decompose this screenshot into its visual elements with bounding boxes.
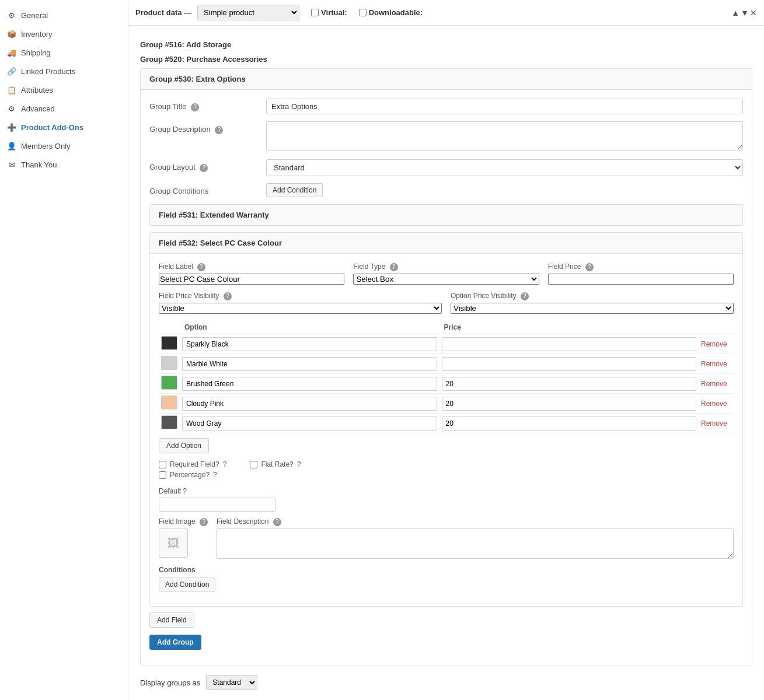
group-add-condition-button[interactable]: Add Condition	[266, 183, 323, 197]
field-price-visibility-select[interactable]: Visible Hidden	[159, 303, 442, 314]
group-layout-select[interactable]: Standard List Block	[266, 159, 743, 176]
downloadable-checkbox[interactable]	[359, 9, 367, 16]
display-groups-row: Display groups as Standard Tabs Accordio…	[140, 675, 752, 690]
option-name-input-4[interactable]	[182, 416, 437, 430]
field-type-select[interactable]: Select Box Checkbox Radio Text Textarea …	[353, 274, 539, 285]
field-description-help[interactable]: ?	[273, 518, 281, 526]
field-label-input[interactable]	[159, 274, 344, 285]
field-price-vis-help[interactable]: ?	[224, 292, 232, 300]
sidebar-item-advanced[interactable]: ⚙ Advanced	[0, 99, 128, 118]
field-532-body: Field Label ? Field Type ?	[150, 254, 742, 606]
field-price-visibility-label: Field Price Visibility ?	[159, 292, 442, 300]
option-name-input-1[interactable]	[182, 357, 437, 371]
option-remove-cell-0: Remove	[699, 334, 734, 354]
sidebar-item-inventory[interactable]: 📦 Inventory	[0, 24, 128, 43]
content-area: Group #516: Add Storage Group #520: Purc…	[128, 26, 764, 699]
group-title-control	[266, 99, 743, 114]
downloadable-checkbox-group: Downloadable:	[359, 8, 423, 17]
display-groups-select[interactable]: Standard Tabs Accordion	[206, 675, 257, 690]
option-price-input-2[interactable]	[442, 377, 697, 391]
default-input[interactable]	[159, 498, 275, 512]
add-group-button[interactable]: Add Group	[149, 635, 201, 650]
group-description-help[interactable]: ?	[215, 126, 223, 134]
field-description-textarea[interactable]	[217, 528, 734, 559]
add-option-button[interactable]: Add Option	[159, 438, 209, 453]
sidebar-item-linked-products[interactable]: 🔗 Linked Products	[0, 62, 128, 80]
option-price-cell-0	[439, 334, 699, 354]
option-remove-cell-2: Remove	[699, 374, 734, 394]
option-remove-link-2[interactable]: Remove	[701, 380, 727, 388]
option-price-input-0[interactable]	[442, 337, 697, 351]
visibility-row: Field Price Visibility ? Visible Hidden	[159, 292, 734, 314]
percentage-row: Percentage? ?	[159, 471, 226, 479]
product-data-label: Product data —	[135, 8, 191, 17]
field-price-label: Field Price ?	[548, 262, 734, 271]
group-description-textarea[interactable]	[266, 121, 743, 150]
sidebar-item-thank-you[interactable]: ✉ Thank You	[0, 155, 128, 174]
field-label-help[interactable]: ?	[197, 263, 205, 271]
percentage-checkbox[interactable]	[159, 471, 166, 479]
display-groups-label: Display groups as	[140, 678, 200, 687]
group-520-header: Group #520: Purchase Accessories	[140, 55, 752, 64]
expand-down-button[interactable]: ▼	[741, 8, 749, 18]
field-add-condition-button[interactable]: Add Condition	[159, 578, 215, 592]
field-image-placeholder[interactable]: 🖼	[159, 528, 188, 558]
default-help[interactable]: ?	[183, 487, 187, 495]
sidebar-item-general[interactable]: ⚙ General	[0, 6, 128, 24]
option-price-vis-help[interactable]: ?	[521, 292, 529, 300]
option-price-input-1[interactable]	[442, 357, 697, 371]
option-row-2: Remove	[159, 374, 734, 394]
option-remove-link-4[interactable]: Remove	[701, 419, 727, 428]
option-name-input-3[interactable]	[182, 397, 437, 411]
group-layout-help[interactable]: ?	[200, 164, 208, 172]
sidebar-item-shipping[interactable]: 🚚 Shipping	[0, 43, 128, 62]
group-title-input[interactable]	[266, 99, 743, 114]
color-swatch-cell-3	[159, 394, 180, 414]
addons-icon: ➕	[7, 123, 16, 132]
field-description-col: Field Description ?	[217, 517, 734, 559]
group-conditions-label: Group Conditions	[149, 183, 254, 195]
color-swatch-cell-1	[159, 354, 180, 374]
color-swatch-1	[161, 356, 177, 370]
required-field-checkbox[interactable]	[159, 461, 166, 468]
color-swatch-3	[161, 396, 177, 410]
percentage-help[interactable]: ?	[213, 471, 217, 479]
sidebar-item-product-add-ons[interactable]: ➕ Product Add-Ons	[0, 118, 128, 136]
option-price-cell-4	[439, 414, 699, 433]
color-swatch-0	[161, 336, 177, 350]
option-remove-cell-1: Remove	[699, 354, 734, 374]
option-name-cell-4	[180, 414, 439, 433]
option-price-input-3[interactable]	[442, 397, 697, 411]
field-type-col: Field Type ? Select Box Checkbox Radio T…	[353, 262, 539, 285]
virtual-checkbox[interactable]	[311, 9, 319, 16]
field-price-help[interactable]: ?	[585, 263, 594, 271]
field-price-input[interactable]	[548, 274, 734, 285]
flat-rate-checkbox[interactable]	[250, 461, 257, 468]
flat-rate-help[interactable]: ?	[297, 460, 301, 468]
option-remove-link-1[interactable]: Remove	[701, 360, 727, 368]
option-name-cell-0	[180, 334, 439, 354]
product-type-select[interactable]: Simple product Grouped product External/…	[197, 5, 299, 20]
close-button[interactable]: ✕	[750, 8, 757, 18]
sidebar-item-attributes[interactable]: 📋 Attributes	[0, 80, 128, 99]
price-col-header: Price	[439, 321, 699, 334]
option-remove-cell-3: Remove	[699, 394, 734, 414]
add-field-button[interactable]: Add Field	[149, 612, 194, 628]
collapse-up-button[interactable]: ▲	[731, 8, 739, 18]
sidebar-item-members-only[interactable]: 👤 Members Only	[0, 136, 128, 155]
link-icon: 🔗	[7, 66, 16, 76]
option-name-input-2[interactable]	[182, 377, 437, 391]
members-icon: 👤	[7, 141, 16, 150]
option-remove-link-3[interactable]: Remove	[701, 400, 727, 408]
group-title-help[interactable]: ?	[191, 103, 199, 111]
percentage-label: Percentage?	[170, 471, 210, 479]
virtual-checkbox-group: Virtual:	[311, 8, 347, 17]
option-price-input-4[interactable]	[442, 416, 697, 430]
field-image-help[interactable]: ?	[200, 518, 208, 526]
option-price-visibility-select[interactable]: Visible Hidden	[451, 303, 734, 314]
default-row: Default ?	[159, 487, 734, 512]
option-name-input-0[interactable]	[182, 337, 437, 351]
required-field-help[interactable]: ?	[223, 460, 227, 468]
field-type-help[interactable]: ?	[390, 263, 398, 271]
option-remove-link-0[interactable]: Remove	[701, 340, 727, 348]
